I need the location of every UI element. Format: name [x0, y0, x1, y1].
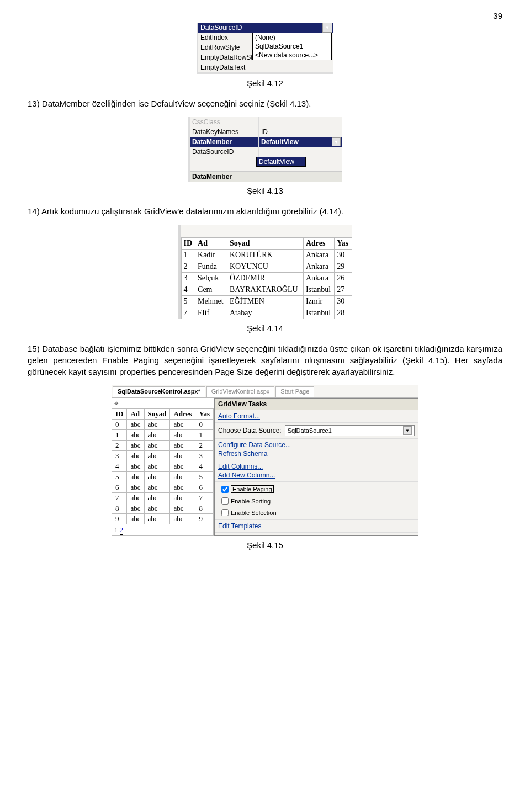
table-header: Ad [195, 238, 227, 250]
property-name: DataKeyNames [190, 127, 259, 137]
table-cell: 3 [181, 273, 195, 284]
editor-tabs: SqlDataSourceKontrol.aspx* GridViewKontr… [112, 385, 418, 398]
table-cell: 4 [195, 461, 214, 472]
table-row: 9abcabcabc9 [112, 514, 214, 524]
property-name: DataSourceID [190, 147, 259, 157]
browser-toolbar [181, 225, 352, 237]
tab[interactable]: SqlDataSourceKontrol.aspx* [113, 386, 205, 397]
table-cell: abc [170, 472, 195, 482]
property-row[interactable]: EmptyDataText [198, 62, 333, 72]
tab[interactable]: Start Page [275, 386, 314, 397]
table-cell: Atabay [227, 307, 303, 319]
table-cell: 9 [112, 514, 127, 524]
tasks-title: GridView Tasks [215, 399, 418, 410]
table-header: Adres [170, 409, 195, 420]
dropdown-button[interactable]: ▼ [403, 426, 412, 435]
table-cell: abc [144, 514, 170, 524]
enable-selection-checkbox[interactable]: Enable Selection [218, 508, 280, 517]
table-cell: Kadir [195, 250, 227, 261]
table-cell: 6 [112, 482, 127, 493]
table-cell: Mehmet [195, 296, 227, 307]
table-cell: abc [170, 420, 195, 430]
table-cell: abc [170, 451, 195, 461]
pager-link[interactable]: 2 [120, 526, 124, 535]
table-cell: abc [170, 503, 195, 514]
table-header: Soyad [227, 238, 303, 250]
checkbox-input[interactable] [221, 486, 229, 493]
property-name: EmptyDataRowStyle [198, 52, 253, 62]
table-cell: abc [144, 420, 170, 430]
design-gridview[interactable]: ✥ ID Ad Soyad Adres Yas 0abcabcabc01abca… [112, 398, 214, 536]
table-cell: abc [144, 493, 170, 503]
table-cell: 29 [335, 261, 352, 273]
table-cell: EĞİTMEN [227, 296, 303, 307]
table-cell: 7 [181, 307, 195, 319]
table-header: Adres [303, 238, 334, 250]
tab[interactable]: GridViewKontrol.aspx [206, 386, 275, 397]
table-row: 2abcabcabc2 [112, 441, 214, 451]
table-cell: Ankara [303, 250, 334, 261]
enable-sorting-checkbox[interactable]: Enable Sorting [218, 496, 274, 506]
table-cell: BAYRAKTAROĞLU [227, 284, 303, 296]
figure-4-13: CssClass DataKeyNames ID DataMember Defa… [188, 117, 342, 182]
table-cell: abc [170, 493, 195, 503]
add-new-column-link[interactable]: Add New Column... [218, 471, 275, 479]
table-cell: abc [127, 441, 144, 451]
table-cell: abc [144, 451, 170, 461]
dropdown-button[interactable]: ▼ [332, 137, 341, 146]
property-row-selected[interactable]: DataSourceID ▼ [198, 23, 333, 33]
property-name: EditRowStyle [198, 43, 253, 52]
move-handle-icon[interactable]: ✥ [113, 400, 120, 407]
edit-templates-link[interactable]: Edit Templates [218, 522, 262, 530]
pager: 1 2 [112, 524, 214, 536]
table-cell: abc [170, 441, 195, 451]
property-name: EmptyDataText [198, 62, 253, 72]
property-name: DataSourceID [198, 23, 253, 33]
configure-datasource-link[interactable]: Configure Data Source... [218, 441, 291, 449]
table-cell: 3 [195, 451, 214, 461]
refresh-schema-link[interactable]: Refresh Schema [218, 450, 267, 458]
table-cell: 30 [335, 250, 352, 261]
table-cell: 0 [112, 420, 127, 430]
paragraph-13: 13) DataMember özelliğinden ise DefaultV… [28, 98, 502, 109]
table-cell: abc [127, 472, 144, 482]
property-name: DataMember [190, 137, 259, 147]
table-row: 4abcabcabc4 [112, 461, 214, 472]
enable-selection-label: Enable Selection [231, 510, 277, 516]
table-row: 2FundaKOYUNCUAnkara29 [181, 261, 352, 273]
table-cell: abc [127, 482, 144, 493]
table-header: ID [112, 409, 127, 420]
property-row[interactable]: DataKeyNames ID [190, 127, 342, 137]
table-cell: Ankara [303, 261, 334, 273]
table-cell: Funda [195, 261, 227, 273]
property-row[interactable]: CssClass [190, 117, 342, 127]
table-cell: Istanbul [303, 284, 334, 296]
table-cell: Selçuk [195, 273, 227, 284]
table-cell: ÖZDEMİR [227, 273, 303, 284]
table-cell: abc [144, 472, 170, 482]
checkbox-input[interactable] [221, 509, 229, 516]
figure-caption: Şekil 4.12 [28, 78, 502, 88]
table-cell: 7 [112, 493, 127, 503]
property-row-selected[interactable]: DataMember DefaultView ▼ [190, 137, 342, 147]
checkbox-input[interactable] [221, 497, 229, 505]
figure-caption: Şekil 4.15 [28, 540, 502, 550]
dropdown-list[interactable]: (None) SqlDataSource1 <New data source..… [252, 33, 332, 60]
table-cell: abc [127, 514, 144, 524]
enable-paging-checkbox[interactable]: Enable Paging [218, 484, 277, 494]
table-cell: 2 [195, 441, 214, 451]
property-name: CssClass [190, 117, 259, 127]
dropdown-option[interactable]: SqlDataSource1 [253, 42, 331, 51]
property-row[interactable]: DataSourceID [190, 147, 342, 157]
table-row: 6abcabcabc6 [112, 482, 214, 493]
dropdown-button[interactable]: ▼ [322, 23, 332, 33]
auto-format-link[interactable]: Auto Format... [218, 412, 260, 420]
dropdown-selected-value[interactable]: DefaultView [256, 157, 306, 167]
property-section-label: DataMember [190, 171, 342, 182]
edit-columns-link[interactable]: Edit Columns... [218, 463, 263, 470]
choose-datasource-select[interactable]: SqlDataSource1 ▼ [285, 425, 415, 436]
property-value: DefaultView ▼ [259, 137, 342, 146]
dropdown-option[interactable]: <New data source...> [253, 51, 331, 60]
table-row: 3abcabcabc3 [112, 451, 214, 461]
dropdown-option[interactable]: (None) [253, 33, 331, 42]
